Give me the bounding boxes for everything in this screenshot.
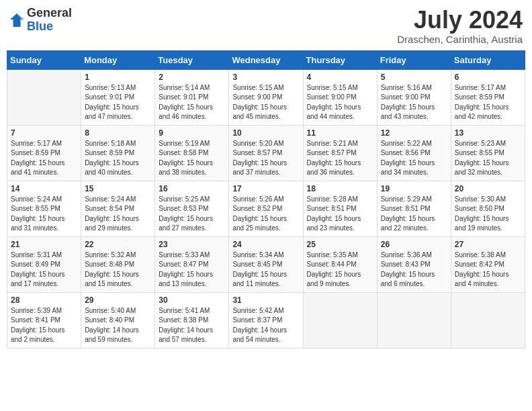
day-info: Sunrise: 5:38 AMSunset: 8:42 PMDaylight:… bbox=[455, 250, 521, 289]
calendar-cell: 17Sunrise: 5:26 AMSunset: 8:52 PMDayligh… bbox=[229, 181, 303, 236]
weekday-header-monday: Monday bbox=[81, 50, 155, 69]
day-number: 27 bbox=[455, 240, 521, 249]
day-info: Sunrise: 5:14 AMSunset: 9:01 PMDaylight:… bbox=[159, 83, 225, 122]
day-info: Sunrise: 5:22 AMSunset: 8:56 PMDaylight:… bbox=[381, 139, 447, 178]
day-number: 10 bbox=[232, 128, 299, 138]
weekday-header-saturday: Saturday bbox=[451, 50, 525, 69]
calendar-cell: 23Sunrise: 5:33 AMSunset: 8:47 PMDayligh… bbox=[155, 236, 229, 292]
weekday-header-sunday: Sunday bbox=[7, 50, 81, 69]
calendar-cell: 11Sunrise: 5:21 AMSunset: 8:57 PMDayligh… bbox=[303, 125, 377, 181]
day-number: 5 bbox=[381, 73, 447, 82]
calendar-cell: 30Sunrise: 5:41 AMSunset: 8:38 PMDayligh… bbox=[155, 292, 229, 348]
calendar-cell bbox=[451, 292, 525, 348]
day-info: Sunrise: 5:16 AMSunset: 9:00 PMDaylight:… bbox=[381, 83, 447, 122]
day-number: 28 bbox=[11, 295, 77, 305]
day-info: Sunrise: 5:36 AMSunset: 8:43 PMDaylight:… bbox=[381, 250, 447, 289]
day-info: Sunrise: 5:19 AMSunset: 8:58 PMDaylight:… bbox=[159, 139, 225, 178]
calendar-cell: 14Sunrise: 5:24 AMSunset: 8:55 PMDayligh… bbox=[7, 181, 81, 236]
calendar-cell: 22Sunrise: 5:32 AMSunset: 8:48 PMDayligh… bbox=[81, 236, 155, 292]
day-number: 2 bbox=[159, 73, 225, 82]
day-number: 17 bbox=[232, 184, 299, 193]
day-info: Sunrise: 5:40 AMSunset: 8:40 PMDaylight:… bbox=[85, 306, 151, 345]
day-number: 7 bbox=[11, 128, 77, 138]
calendar-cell: 16Sunrise: 5:25 AMSunset: 8:53 PMDayligh… bbox=[155, 181, 229, 236]
day-info: Sunrise: 5:34 AMSunset: 8:45 PMDaylight:… bbox=[232, 250, 299, 289]
day-info: Sunrise: 5:32 AMSunset: 8:48 PMDaylight:… bbox=[85, 250, 151, 289]
logo-text: General Blue bbox=[27, 7, 72, 34]
day-number: 18 bbox=[307, 184, 373, 193]
day-info: Sunrise: 5:42 AMSunset: 8:37 PMDaylight:… bbox=[232, 306, 299, 345]
weekday-header-row: SundayMondayTuesdayWednesdayThursdayFrid… bbox=[7, 50, 525, 69]
calendar-cell: 27Sunrise: 5:38 AMSunset: 8:42 PMDayligh… bbox=[451, 236, 525, 292]
day-number: 1 bbox=[85, 73, 151, 82]
day-number: 13 bbox=[455, 128, 521, 138]
day-number: 15 bbox=[85, 184, 151, 193]
month-year: July 2024 bbox=[397, 7, 523, 34]
calendar-cell: 4Sunrise: 5:15 AMSunset: 9:00 PMDaylight… bbox=[303, 69, 377, 125]
calendar-cell: 3Sunrise: 5:15 AMSunset: 9:00 PMDaylight… bbox=[229, 69, 303, 125]
day-info: Sunrise: 5:17 AMSunset: 8:59 PMDaylight:… bbox=[455, 83, 521, 122]
calendar-cell: 24Sunrise: 5:34 AMSunset: 8:45 PMDayligh… bbox=[229, 236, 303, 292]
logo: General Blue bbox=[9, 7, 72, 34]
day-number: 11 bbox=[307, 128, 373, 138]
calendar-cell: 18Sunrise: 5:28 AMSunset: 8:51 PMDayligh… bbox=[303, 181, 377, 236]
weekday-header-tuesday: Tuesday bbox=[155, 50, 229, 69]
calendar-cell: 31Sunrise: 5:42 AMSunset: 8:37 PMDayligh… bbox=[229, 292, 303, 348]
logo-general: General bbox=[27, 7, 72, 20]
calendar-cell: 1Sunrise: 5:13 AMSunset: 9:01 PMDaylight… bbox=[81, 69, 155, 125]
week-row-1: 1Sunrise: 5:13 AMSunset: 9:01 PMDaylight… bbox=[7, 69, 525, 125]
day-number: 29 bbox=[85, 295, 151, 305]
calendar-cell: 29Sunrise: 5:40 AMSunset: 8:40 PMDayligh… bbox=[81, 292, 155, 348]
location: Draschen, Carinthia, Austria bbox=[397, 34, 523, 45]
day-info: Sunrise: 5:29 AMSunset: 8:51 PMDaylight:… bbox=[381, 195, 447, 234]
day-info: Sunrise: 5:28 AMSunset: 8:51 PMDaylight:… bbox=[307, 195, 373, 234]
calendar-cell: 15Sunrise: 5:24 AMSunset: 8:54 PMDayligh… bbox=[81, 181, 155, 236]
logo-icon bbox=[9, 13, 24, 28]
calendar-cell: 6Sunrise: 5:17 AMSunset: 8:59 PMDaylight… bbox=[451, 69, 525, 125]
calendar-cell: 2Sunrise: 5:14 AMSunset: 9:01 PMDaylight… bbox=[155, 69, 229, 125]
weekday-header-thursday: Thursday bbox=[303, 50, 377, 69]
logo-blue: Blue bbox=[27, 20, 72, 34]
day-number: 24 bbox=[232, 240, 299, 249]
day-number: 31 bbox=[232, 295, 299, 305]
day-info: Sunrise: 5:18 AMSunset: 8:59 PMDaylight:… bbox=[85, 139, 151, 178]
day-info: Sunrise: 5:25 AMSunset: 8:53 PMDaylight:… bbox=[159, 195, 225, 234]
calendar-cell: 10Sunrise: 5:20 AMSunset: 8:57 PMDayligh… bbox=[229, 125, 303, 181]
day-info: Sunrise: 5:31 AMSunset: 8:49 PMDaylight:… bbox=[11, 250, 77, 289]
calendar-cell: 26Sunrise: 5:36 AMSunset: 8:43 PMDayligh… bbox=[377, 236, 451, 292]
day-number: 20 bbox=[455, 184, 521, 193]
week-row-5: 28Sunrise: 5:39 AMSunset: 8:41 PMDayligh… bbox=[7, 292, 525, 348]
day-number: 22 bbox=[85, 240, 151, 249]
day-number: 12 bbox=[381, 128, 447, 138]
day-info: Sunrise: 5:26 AMSunset: 8:52 PMDaylight:… bbox=[232, 195, 299, 234]
calendar-table: SundayMondayTuesdayWednesdayThursdayFrid… bbox=[7, 50, 525, 349]
calendar-cell: 9Sunrise: 5:19 AMSunset: 8:58 PMDaylight… bbox=[155, 125, 229, 181]
calendar-cell: 25Sunrise: 5:35 AMSunset: 8:44 PMDayligh… bbox=[303, 236, 377, 292]
title-block: July 2024 Draschen, Carinthia, Austria bbox=[397, 7, 523, 45]
calendar-cell: 20Sunrise: 5:30 AMSunset: 8:50 PMDayligh… bbox=[451, 181, 525, 236]
calendar-cell: 7Sunrise: 5:17 AMSunset: 8:59 PMDaylight… bbox=[7, 125, 81, 181]
day-number: 4 bbox=[307, 73, 373, 82]
week-row-4: 21Sunrise: 5:31 AMSunset: 8:49 PMDayligh… bbox=[7, 236, 525, 292]
day-number: 8 bbox=[85, 128, 151, 138]
calendar-cell bbox=[303, 292, 377, 348]
calendar-cell: 12Sunrise: 5:22 AMSunset: 8:56 PMDayligh… bbox=[377, 125, 451, 181]
calendar-cell bbox=[377, 292, 451, 348]
calendar-cell: 28Sunrise: 5:39 AMSunset: 8:41 PMDayligh… bbox=[7, 292, 81, 348]
day-info: Sunrise: 5:20 AMSunset: 8:57 PMDaylight:… bbox=[232, 139, 299, 178]
day-info: Sunrise: 5:24 AMSunset: 8:55 PMDaylight:… bbox=[11, 195, 77, 234]
day-info: Sunrise: 5:30 AMSunset: 8:50 PMDaylight:… bbox=[455, 195, 521, 234]
day-number: 6 bbox=[455, 73, 521, 82]
weekday-header-friday: Friday bbox=[377, 50, 451, 69]
day-info: Sunrise: 5:33 AMSunset: 8:47 PMDaylight:… bbox=[159, 250, 225, 289]
week-row-2: 7Sunrise: 5:17 AMSunset: 8:59 PMDaylight… bbox=[7, 125, 525, 181]
weekday-header-wednesday: Wednesday bbox=[229, 50, 303, 69]
calendar-cell: 8Sunrise: 5:18 AMSunset: 8:59 PMDaylight… bbox=[81, 125, 155, 181]
day-number: 21 bbox=[11, 240, 77, 249]
day-number: 23 bbox=[159, 240, 225, 249]
day-number: 16 bbox=[159, 184, 225, 193]
day-number: 3 bbox=[232, 73, 299, 82]
day-number: 25 bbox=[307, 240, 373, 249]
day-info: Sunrise: 5:15 AMSunset: 9:00 PMDaylight:… bbox=[232, 83, 299, 122]
day-number: 19 bbox=[381, 184, 447, 193]
